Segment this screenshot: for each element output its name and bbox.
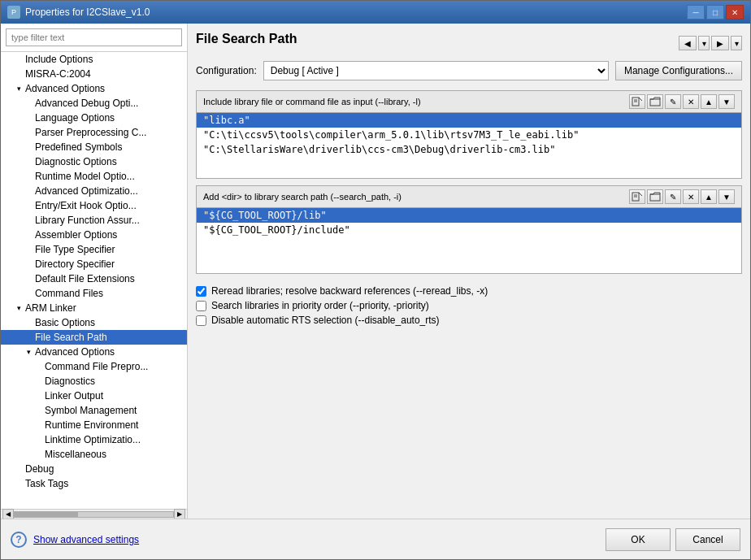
sidebar-item-arm-linker[interactable]: ▾ARM Linker <box>1 301 187 315</box>
sidebar-item-runtime-model[interactable]: Runtime Model Optio... <box>1 169 187 184</box>
checkbox-row-priority: Search libraries in priority order (--pr… <box>196 300 742 311</box>
panel1-down-button[interactable]: ▼ <box>718 94 735 109</box>
manage-configurations-button[interactable]: Manage Configurations... <box>615 61 742 80</box>
sidebar-item-default-file-extensions[interactable]: Default File Extensions <box>1 271 187 286</box>
nav-forward-dropdown[interactable]: ▾ <box>731 36 742 50</box>
sidebar-item-debug[interactable]: Debug <box>1 462 187 476</box>
sidebar-item-directory-specifier[interactable]: Directory Specifier <box>1 257 187 271</box>
sidebar-scrollbar: ◀ ▶ <box>1 509 187 519</box>
sidebar-item-label-parser-preprocessing: Parser Preprocessing C... <box>35 127 146 138</box>
sidebar-item-label-debug: Debug <box>25 463 54 475</box>
panel1-add-file-button[interactable] <box>629 94 645 109</box>
sidebar-item-advanced-options-1[interactable]: ▾Advanced Options <box>1 81 187 96</box>
sidebar-item-command-file-prepro[interactable]: Command File Prepro... <box>1 359 187 374</box>
bottom-bar: ? Show advanced settings OK Cancel <box>1 519 750 559</box>
panel1-delete-button[interactable]: ✕ <box>683 94 699 109</box>
sidebar-item-advanced-optim[interactable]: Advanced Optimizatio... <box>1 184 187 198</box>
sidebar-item-label-linktime-optim: Linktime Optimizatio... <box>45 434 141 445</box>
expand-arrow-advanced-options-1: ▾ <box>14 84 24 93</box>
svg-rect-9 <box>650 194 660 201</box>
sidebar-item-include-options[interactable]: Include Options <box>1 52 187 67</box>
sidebar-item-linktime-optim[interactable]: Linktime Optimizatio... <box>1 432 187 447</box>
sidebar-item-advanced-options-2[interactable]: ▾Advanced Options <box>1 345 187 359</box>
checkbox-row-disable-rts: Disable automatic RTS selection (--disab… <box>196 315 742 326</box>
sidebar-item-label-library-function: Library Function Assur... <box>35 215 140 226</box>
checkboxes-area: Reread libraries; resolve backward refer… <box>196 285 742 326</box>
config-label: Configuration: <box>196 65 257 76</box>
ok-button[interactable]: OK <box>606 528 671 551</box>
sidebar-item-file-type-specifier[interactable]: File Type Specifier <box>1 242 187 257</box>
panel2-down-button[interactable]: ▼ <box>718 189 735 204</box>
window-title: Properties for I2CSlave_v1.0 <box>25 7 150 18</box>
right-content: File Search Path ◀ ▾ ▶ ▾ Configuration: … <box>188 24 750 519</box>
sidebar-item-parser-preprocessing[interactable]: Parser Preprocessing C... <box>1 125 187 140</box>
sidebar-item-label-language-options: Language Options <box>35 112 115 124</box>
panel1-up-button[interactable]: ▲ <box>701 94 717 109</box>
sidebar-item-label-misra: MISRA-C:2004 <box>25 68 91 80</box>
nav-back-button[interactable]: ◀ <box>679 36 697 50</box>
sidebar-item-miscellaneous[interactable]: Miscellaneous <box>1 447 187 462</box>
sidebar-item-label-symbol-management: Symbol Management <box>45 405 137 416</box>
scroll-right-btn[interactable]: ▶ <box>174 509 185 519</box>
panel2-add-dir-button[interactable] <box>647 189 663 204</box>
sidebar-item-predefined-symbols[interactable]: Predefined Symbols <box>1 140 187 154</box>
panel1-list-item[interactable]: "C:\StellarisWare\driverlib\ccs-cm3\Debu… <box>197 142 741 157</box>
title-bar-controls: ─ □ ✕ <box>687 5 744 20</box>
sidebar-item-task-tags[interactable]: Task Tags <box>1 476 187 491</box>
checkbox-priority[interactable] <box>196 301 206 311</box>
maximize-button[interactable]: □ <box>706 5 724 20</box>
sidebar-item-diagnostic-options[interactable]: Diagnostic Options <box>1 154 187 169</box>
panel2-add-file-button[interactable] <box>629 189 645 204</box>
minimize-button[interactable]: ─ <box>687 5 705 20</box>
panel2-list-item[interactable]: "${CG_TOOL_ROOT}/lib" <box>197 208 741 223</box>
panel1-add-dir-button[interactable] <box>647 94 663 109</box>
panel1-list-item[interactable]: "C:\ti\ccsv5\tools\compiler\arm_5.0.1\li… <box>197 128 741 142</box>
panel1-edit-button[interactable]: ✎ <box>665 94 681 109</box>
sidebar-item-label-advanced-options-1: Advanced Options <box>25 83 105 94</box>
show-advanced-link[interactable]: Show advanced settings <box>33 534 139 545</box>
config-select[interactable]: Debug [ Active ]ReleaseAll Configuration… <box>263 61 609 80</box>
help-icon[interactable]: ? <box>11 532 27 548</box>
sidebar-item-diagnostics[interactable]: Diagnostics <box>1 374 187 389</box>
sidebar-item-language-options[interactable]: Language Options <box>1 111 187 125</box>
sidebar-item-misra[interactable]: MISRA-C:2004 <box>1 67 187 81</box>
expand-arrow-arm-linker: ▾ <box>14 303 24 313</box>
sidebar-item-label-diagnostics: Diagnostics <box>45 376 95 387</box>
cancel-button[interactable]: Cancel <box>675 528 740 551</box>
sidebar-item-label-basic-options: Basic Options <box>35 317 95 328</box>
panel2-delete-button[interactable]: ✕ <box>683 189 699 204</box>
sidebar-item-label-runtime-environment: Runtime Environment <box>45 419 138 431</box>
sidebar-item-file-search-path[interactable]: File Search Path <box>1 330 187 345</box>
properties-window: P Properties for I2CSlave_v1.0 ─ □ ✕ Inc… <box>0 0 751 560</box>
sidebar-item-basic-options[interactable]: Basic Options <box>1 315 187 330</box>
panel2-up-button[interactable]: ▲ <box>701 189 717 204</box>
panel2-edit-button[interactable]: ✎ <box>665 189 681 204</box>
expand-arrow-advanced-options-2: ▾ <box>24 347 33 357</box>
search-path-list: "${CG_TOOL_ROOT}/lib""${CG_TOOL_ROOT}/in… <box>197 208 741 273</box>
sidebar-filter-area <box>1 24 187 52</box>
page-title: File Search Path <box>196 32 297 46</box>
sidebar-item-label-assembler-options: Assembler Options <box>35 229 117 241</box>
nav-forward-button[interactable]: ▶ <box>711 36 729 50</box>
bottom-buttons: OK Cancel <box>606 528 740 551</box>
sidebar-item-label-command-file-prepro: Command File Prepro... <box>45 361 148 372</box>
checkbox-disable-rts[interactable] <box>196 315 206 326</box>
sidebar-item-command-files[interactable]: Command Files <box>1 286 187 301</box>
panel1-list-item[interactable]: "libc.a" <box>197 113 741 128</box>
sidebar-item-advanced-debug[interactable]: Advanced Debug Opti... <box>1 96 187 111</box>
filter-input[interactable] <box>6 28 182 46</box>
scroll-left-btn[interactable]: ◀ <box>2 509 14 519</box>
close-button[interactable]: ✕ <box>726 5 744 20</box>
horizontal-scrollbar[interactable] <box>14 511 174 518</box>
panel1-toolbar: ✎ ✕ ▲ ▼ <box>629 94 735 109</box>
panel2-list-item[interactable]: "${CG_TOOL_ROOT}/include" <box>197 223 741 237</box>
sidebar-item-assembler-options[interactable]: Assembler Options <box>1 228 187 242</box>
nav-back-dropdown[interactable]: ▾ <box>698 36 710 50</box>
sidebar-item-symbol-management[interactable]: Symbol Management <box>1 403 187 418</box>
sidebar-item-linker-output[interactable]: Linker Output <box>1 389 187 403</box>
include-library-header: Include library file or command file as … <box>197 91 741 113</box>
sidebar-item-library-function[interactable]: Library Function Assur... <box>1 213 187 228</box>
sidebar-item-entry-exit[interactable]: Entry/Exit Hook Optio... <box>1 198 187 213</box>
sidebar-item-runtime-environment[interactable]: Runtime Environment <box>1 418 187 432</box>
checkbox-reread[interactable] <box>196 286 206 297</box>
